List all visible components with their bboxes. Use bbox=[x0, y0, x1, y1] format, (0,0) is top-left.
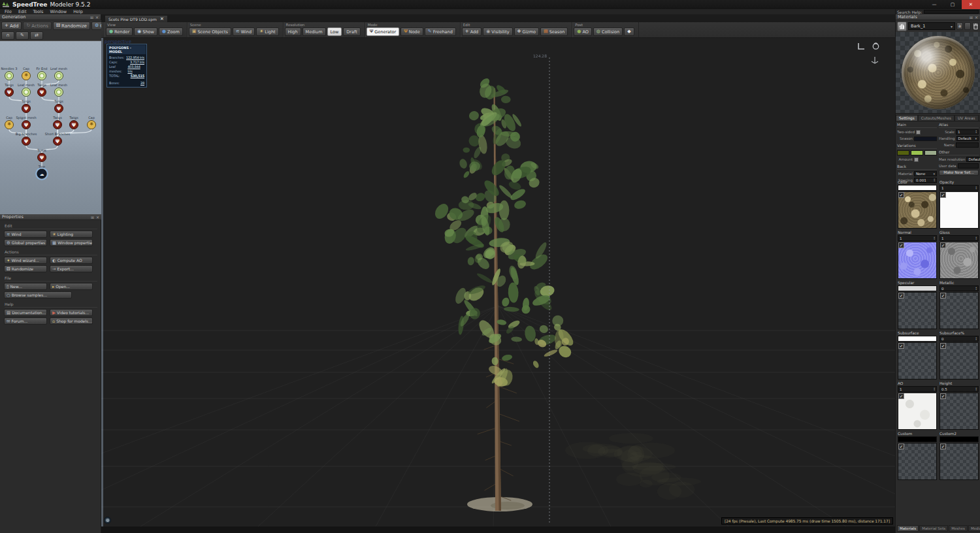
visibility-button[interactable]: ◉Visibility bbox=[483, 27, 512, 36]
graph-node-leaf-mesh[interactable]: Leaf mesh bbox=[50, 83, 67, 97]
map-thumb-metallic[interactable]: ✓ bbox=[939, 292, 979, 329]
graph-node-cap[interactable]: *Cap bbox=[88, 116, 96, 129]
season-button[interactable]: ▤Season bbox=[540, 27, 568, 36]
swap-tool-button[interactable]: ⇄ bbox=[30, 31, 43, 40]
variation-swatch-3[interactable] bbox=[924, 150, 937, 155]
map-enabled-checkbox[interactable]: ✓ bbox=[940, 192, 946, 198]
spinner-arrows[interactable]: ▴▾ bbox=[934, 236, 935, 240]
graph-node-leaf-mesh[interactable]: Leaf mesh bbox=[50, 67, 67, 80]
node-button[interactable]: ΨNode bbox=[400, 27, 423, 36]
map-thumb-normal[interactable]: ✓ bbox=[898, 242, 937, 279]
export-button[interactable]: →Export... bbox=[50, 265, 93, 272]
light-button[interactable]: ☀Light bbox=[256, 27, 279, 36]
height-value-spinner[interactable]: 0.5▴▾ bbox=[939, 386, 979, 392]
float-panel-icon[interactable]: ⊞ bbox=[90, 15, 93, 20]
delete-material-button[interactable] bbox=[972, 22, 979, 30]
map-thumb-height[interactable]: ✓ bbox=[939, 393, 979, 430]
menu-file[interactable]: File bbox=[2, 9, 14, 14]
axis-gizmo-icon[interactable] bbox=[870, 56, 879, 65]
spinner-arrows[interactable]: ▴▾ bbox=[975, 387, 977, 391]
asset-tab-material-sets[interactable]: Material Sets bbox=[919, 525, 948, 532]
graph-node-spigot-mesh[interactable]: ΨSpigot mesh bbox=[16, 116, 36, 129]
name-field[interactable] bbox=[956, 142, 979, 148]
tab-settings[interactable]: Settings bbox=[896, 115, 918, 121]
spinner-arrows[interactable]: ▴▾ bbox=[975, 287, 977, 291]
close-panel-icon[interactable]: ✕ bbox=[975, 15, 978, 20]
forum-button[interactable]: ✉Forum... bbox=[4, 317, 47, 325]
gloss-value-spinner[interactable]: 1▴▾ bbox=[939, 235, 979, 241]
show-button[interactable]: ◉Show bbox=[134, 27, 157, 36]
maximize-button[interactable]: ▢ bbox=[943, 0, 962, 9]
season-color-swatch[interactable] bbox=[914, 137, 937, 141]
map-thumb-subsurface[interactable]: ✓ bbox=[898, 342, 937, 380]
trackball-tool-icon[interactable] bbox=[872, 42, 881, 50]
graph-node-big-branches[interactable]: ΨBig branches bbox=[16, 132, 37, 146]
close-button[interactable]: ✕ bbox=[962, 0, 980, 9]
add-button[interactable]: +Add bbox=[1, 22, 22, 30]
global-properties-button[interactable]: ⚙Global properties bbox=[4, 239, 47, 246]
two-sided-checkbox[interactable] bbox=[916, 130, 921, 135]
search-help-input[interactable] bbox=[924, 10, 979, 14]
map-thumb-ao[interactable]: ✓ bbox=[898, 393, 937, 430]
tab-uv-areas[interactable]: UV Areas bbox=[955, 115, 978, 121]
wind-button[interactable]: ≋Wind bbox=[233, 27, 255, 36]
material-preview-sphere[interactable] bbox=[902, 36, 975, 109]
map-enabled-checkbox[interactable]: ✓ bbox=[898, 192, 904, 198]
asset-tab-media[interactable]: Media bbox=[968, 525, 980, 532]
spinner-arrows[interactable]: ▴▾ bbox=[975, 337, 977, 341]
custom2-color-swatch[interactable] bbox=[939, 436, 979, 442]
generation-node-graph[interactable]: Needles 3*CapFir EndLeaf meshΨTwigsLeaf … bbox=[0, 40, 101, 214]
rename-material-button[interactable]: a bbox=[956, 22, 963, 30]
graph-node-twigs[interactable]: ΨTwigs bbox=[37, 83, 46, 97]
graph-node-twigs[interactable]: ΨTwigs bbox=[54, 99, 63, 113]
pencil-tool-button[interactable]: ✎ bbox=[16, 31, 29, 40]
map-enabled-checkbox[interactable]: ✓ bbox=[940, 393, 946, 399]
map-enabled-checkbox[interactable]: ✓ bbox=[898, 293, 904, 299]
graph-node-twigs[interactable]: ΨTwigs bbox=[52, 116, 62, 129]
new-button[interactable]: ▯New... bbox=[4, 283, 47, 290]
specular-color-swatch[interactable] bbox=[898, 285, 937, 291]
graph-node-cap[interactable]: *Cap bbox=[5, 116, 14, 129]
variation-swatch-1[interactable] bbox=[897, 150, 909, 155]
material-dropdown[interactable]: None▾ bbox=[914, 171, 937, 176]
menu-help[interactable]: Help bbox=[71, 9, 86, 14]
wind-button[interactable]: ≋Wind bbox=[4, 231, 47, 238]
corner-tool-icon[interactable] bbox=[857, 42, 866, 50]
graph-node-short-branches[interactable]: ΨShort Branches bbox=[45, 132, 71, 146]
compass-globe-icon[interactable]: ⊕ bbox=[104, 517, 111, 524]
amount-checkbox[interactable] bbox=[914, 157, 919, 162]
scene-objects-button[interactable]: ▣Scene Objects bbox=[189, 27, 231, 36]
magnet-tool-button[interactable]: ∩ bbox=[1, 31, 14, 40]
asset-tab-meshes[interactable]: Meshes bbox=[949, 525, 968, 532]
graph-node-cap[interactable]: *Cap bbox=[22, 67, 31, 80]
graph-node-tree[interactable]: ☁Tree bbox=[36, 165, 48, 180]
draft-button[interactable]: Draft bbox=[343, 27, 360, 36]
ao-value-spinner[interactable]: 1▴▾ bbox=[898, 386, 937, 392]
browse-samples-button[interactable]: ○Browse samples... bbox=[4, 291, 72, 299]
max-resolution-dropdown[interactable]: Default▾ bbox=[966, 157, 980, 162]
spinner-arrows[interactable]: ▴▾ bbox=[934, 387, 935, 391]
wind-wizard-button[interactable]: ✦Wind wizard... bbox=[4, 257, 47, 264]
map-enabled-checkbox[interactable]: ✓ bbox=[898, 242, 904, 248]
low-button[interactable]: Low bbox=[327, 27, 342, 36]
zoom-button[interactable]: ●Zoom bbox=[159, 27, 183, 36]
randomize-button[interactable]: ⚄Randomize bbox=[53, 22, 90, 30]
map-enabled-checkbox[interactable]: ✓ bbox=[940, 242, 946, 248]
tab-cutouts-meshes[interactable]: Cutouts/Meshes bbox=[918, 115, 955, 121]
documentation-button[interactable]: ▤Documentation... bbox=[4, 309, 47, 316]
graph-node-twigs[interactable]: ΨTwigs bbox=[4, 83, 14, 97]
graph-node-needles-3[interactable]: Needles 3 bbox=[1, 67, 18, 80]
graph-node-leaf-mesh[interactable]: Leaf mesh bbox=[18, 83, 35, 97]
pine-tree-model[interactable] bbox=[433, 76, 576, 511]
subsurface-color-swatch[interactable] bbox=[898, 336, 937, 342]
scale-spinner[interactable]: 1▴▾ bbox=[956, 129, 979, 135]
pan-tool-button[interactable] bbox=[897, 22, 907, 31]
generator-button[interactable]: ΨGenerator bbox=[367, 27, 400, 36]
render-button[interactable]: ●Render bbox=[106, 27, 133, 36]
map-enabled-checkbox[interactable]: ✓ bbox=[940, 444, 946, 449]
map-thumb-custom2[interactable]: ✓ bbox=[939, 443, 979, 480]
normal-value-spinner[interactable]: 1▴▾ bbox=[898, 235, 937, 241]
compute-ao-button[interactable]: ◐Compute AO bbox=[50, 257, 93, 264]
ao-button[interactable]: ●AO bbox=[574, 27, 592, 36]
graph-node-trunk[interactable]: ΨTrunk bbox=[37, 148, 46, 162]
